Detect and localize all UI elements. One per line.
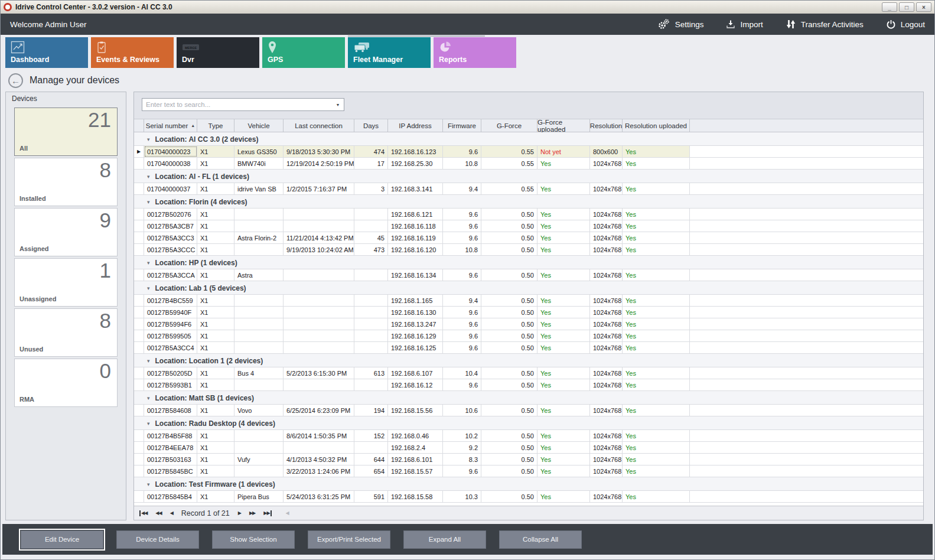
table-row[interactable]: 00127B5994F6X1192.168.13.2479.60.50Yes10… [134, 318, 923, 330]
cell-vehicle [234, 295, 284, 306]
topbar-action-transfer-activities[interactable]: Transfer Activities [786, 18, 864, 30]
column-header-resolution[interactable]: Resolution [590, 119, 623, 132]
table-row[interactable]: ▶017040000023X1Lexus GS3509/18/2013 5:30… [134, 146, 923, 158]
column-header-g-force-uploaded[interactable]: G-Force uploaded [537, 119, 590, 132]
column-header-last-connection[interactable]: Last connection [284, 119, 354, 132]
cell-g-force-uploaded: Yes [537, 430, 590, 441]
collapse-group-icon[interactable]: ▾ [147, 260, 150, 266]
device-filter-card-rma[interactable]: 0RMA [14, 359, 118, 407]
collapse-group-icon[interactable]: ▾ [147, 199, 150, 206]
cell-serial-number: 017040000023 [144, 146, 197, 157]
last-record-icon[interactable]: ▶▶ [263, 510, 271, 516]
cell-resolution: 1024x768 [590, 430, 623, 441]
table-row[interactable]: 00127B5A3CCCX19/19/2013 10:24:02 AM47319… [134, 244, 923, 256]
export-print-selected-button[interactable]: Export/Print Selected [308, 530, 390, 549]
topbar-action-logout[interactable]: Logout [886, 18, 925, 30]
next-page-icon[interactable]: ▶▶ [249, 510, 255, 516]
table-row[interactable]: 00127B59940FX1192.168.16.1309.60.50Yes10… [134, 307, 923, 318]
table-row[interactable]: 00127B5A3CC3X1Astra Florin-211/21/2014 4… [134, 232, 923, 244]
collapse-group-icon[interactable]: ▾ [147, 395, 150, 402]
collapse-group-icon[interactable]: ▾ [147, 136, 150, 143]
column-header-g-force[interactable]: G-Force [481, 119, 537, 132]
group-row-location-florin-4-devices[interactable]: ▾Location: Florin (4 devices) [134, 195, 923, 209]
tab-events-reviews[interactable]: Events & Reviews [91, 37, 174, 68]
cell-vehicle [234, 209, 284, 220]
topbar-action-import[interactable]: Import [726, 18, 763, 30]
table-row[interactable]: 00127B5993B1X1192.168.16.129.60.50Yes102… [134, 379, 923, 391]
device-filter-card-unassigned[interactable]: 1Unassigned [14, 258, 118, 307]
group-row-location-al-cc-3-0-2-devices[interactable]: ▾Location: Al CC 3.0 (2 devices) [134, 132, 923, 146]
cell-days [354, 307, 388, 318]
group-row-location-radu-desktop-4-devices[interactable]: ▾Location: Radu Desktop (4 devices) [134, 416, 923, 430]
tab-reports[interactable]: Reports [434, 37, 516, 68]
table-row[interactable]: 00127B584608X1Vovo6/25/2014 6:23:09 PM19… [134, 405, 923, 416]
prev-record-icon[interactable]: ◀ [170, 510, 173, 516]
cell-ip-address: 192.168.15.57 [388, 465, 443, 477]
cell-last-connection [284, 342, 354, 353]
table-row[interactable]: 00127B502076X1192.168.6.1219.60.50Yes102… [134, 209, 923, 220]
collapse-all-button[interactable]: Collapse All [499, 530, 582, 549]
table-row[interactable]: 00127B4BC559X1192.168.1.1659.40.50Yes102… [134, 295, 923, 307]
column-header-ip-address[interactable]: IP Address [388, 119, 443, 132]
close-icon[interactable]: × [916, 2, 931, 12]
collapse-group-icon[interactable]: ▾ [147, 285, 150, 292]
collapse-group-icon[interactable]: ▾ [147, 421, 150, 427]
table-row[interactable]: 00127B5A3CC4X1192.168.16.1259.60.50Yes10… [134, 342, 923, 354]
tab-dashboard[interactable]: Dashboard [5, 37, 88, 68]
cell-type: X1 [197, 232, 234, 243]
device-filter-card-installed[interactable]: 8Installed [14, 158, 118, 206]
collapse-group-icon[interactable]: ▾ [147, 174, 150, 180]
device-filter-card-assigned[interactable]: 9Assigned [14, 208, 118, 256]
table-row[interactable]: 00127B5A3CB7X1192.168.16.1189.60.50Yes10… [134, 220, 923, 232]
group-row-location-al-fl-1-devices[interactable]: ▾Location: Al - FL (1 devices) [134, 170, 923, 183]
column-header-type[interactable]: Type [197, 119, 234, 132]
table-row[interactable]: 00127B5845BCX13/22/2013 1:24:06 PM654192… [134, 465, 923, 477]
device-filter-card-all[interactable]: 21All [14, 108, 118, 156]
group-row-location-matt-sb-1-devices[interactable]: ▾Location: Matt SB (1 devices) [134, 391, 923, 405]
table-row[interactable]: 00127B4B5F88X18/6/2014 1:50:35 PM152192.… [134, 430, 923, 442]
table-row[interactable]: 017040000038X1BMW740i12/19/2014 2:50:19 … [134, 158, 923, 170]
group-row-location-lab-1-5-devices[interactable]: ▾Location: Lab 1 (5 devices) [134, 281, 923, 295]
table-row[interactable]: 00127B50205DX1Bus 45/2/2013 6:15:30 PM61… [134, 367, 923, 379]
cell-serial-number: 00127B50205D [144, 367, 197, 379]
column-header-days[interactable]: Days [354, 119, 388, 132]
device-details-button[interactable]: Device Details [116, 530, 199, 549]
next-record-icon[interactable]: ▶ [238, 510, 241, 516]
prev-page-icon[interactable]: ◀◀ [155, 510, 161, 516]
row-filler [690, 454, 923, 465]
table-row[interactable]: 017040000037X1idrive Van SB1/2/2015 7:16… [134, 183, 923, 195]
group-row-location-hp-1-devices[interactable]: ▾Location: HP (1 devices) [134, 256, 923, 269]
back-button[interactable]: ← [8, 73, 23, 88]
column-header-serial-number[interactable]: Serial number▲ [144, 119, 197, 132]
maximize-icon[interactable]: □ [899, 2, 914, 12]
first-record-icon[interactable]: ◀◀ [139, 510, 147, 516]
search-input[interactable] [142, 101, 332, 108]
table-row[interactable]: 00127B4EEA78X1192.168.2.49.20.50Yes1024x… [134, 442, 923, 454]
cell-g-force: 0.50 [481, 307, 537, 318]
row-indicator-cell [134, 367, 144, 379]
tab-dvr[interactable]: MERGEDvr [177, 37, 259, 68]
show-selection-button[interactable]: Show Selection [212, 530, 295, 549]
cell-resolution-uploaded: Yes [623, 209, 690, 220]
collapse-group-icon[interactable]: ▾ [147, 481, 150, 488]
table-row[interactable]: 00127B599505X1192.168.16.1299.60.50Yes10… [134, 330, 923, 342]
topbar-action-settings[interactable]: Settings [657, 18, 704, 30]
table-row[interactable]: 00127B503163X1Vufy4/1/2013 4:50:32 PM644… [134, 454, 923, 465]
search-dropdown-icon[interactable]: ▼ [332, 103, 344, 107]
group-row-location-test-firmware-1-devices[interactable]: ▾Location: Test Firmware (1 devices) [134, 477, 923, 491]
tab-fleet-manager[interactable]: Fleet Manager [348, 37, 431, 68]
device-filter-card-unused[interactable]: 8Unused [14, 308, 118, 357]
minimize-icon[interactable]: _ [882, 2, 897, 12]
table-row[interactable]: 00127B5845B4X1Pipera Bus5/24/2013 6:31:2… [134, 491, 923, 503]
column-header-vehicle[interactable]: Vehicle [234, 119, 284, 132]
collapse-group-icon[interactable]: ▾ [147, 358, 150, 364]
column-header-firmware[interactable]: Firmware [443, 119, 481, 132]
edit-device-button[interactable]: Edit Device [21, 530, 103, 549]
tab-gps[interactable]: GPS [262, 37, 345, 68]
grid-rows: ▾Location: Al CC 3.0 (2 devices)▶0170400… [134, 132, 923, 506]
table-row[interactable]: 00127B5A3CCAX1Astra192.168.16.1349.60.50… [134, 269, 923, 281]
expand-all-button[interactable]: Expand All [403, 530, 486, 549]
cell-serial-number: 00127B5994F6 [144, 318, 197, 330]
group-row-location-location-1-2-devices[interactable]: ▾Location: Location 1 (2 devices) [134, 354, 923, 367]
column-header-resolution-uploaded[interactable]: Resolution uploaded [623, 119, 690, 132]
